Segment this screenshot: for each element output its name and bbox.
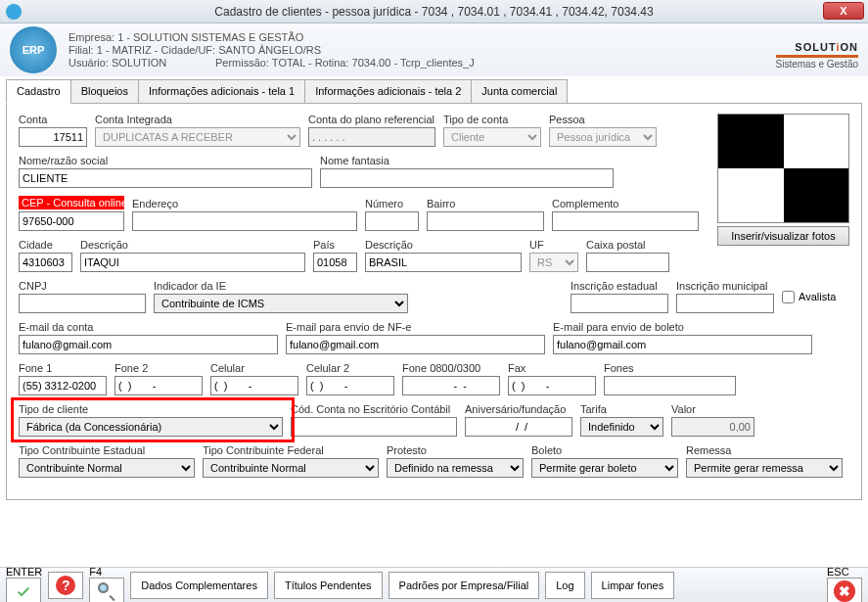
- f4-badge: F4: [89, 566, 102, 578]
- esc-button[interactable]: ✖: [827, 578, 862, 603]
- remessa-select[interactable]: Permite gerar remessa: [686, 458, 843, 478]
- boleto-select[interactable]: Permite gerar boleto: [531, 458, 678, 478]
- pais-label: País: [313, 239, 357, 251]
- contrib-est-label: Tipo Contribuinte Estadual: [19, 444, 195, 456]
- avalista-checkbox[interactable]: [782, 291, 795, 303]
- tab-cadastro[interactable]: Cadastro: [6, 79, 71, 104]
- fone2-input[interactable]: [114, 376, 203, 395]
- descricao-input[interactable]: [80, 253, 305, 272]
- header-info: Empresa: 1 - SOLUTION SISTEMAS E GESTÃO …: [69, 31, 475, 69]
- titulos-pendentes-button[interactable]: Títulos Pendentes: [274, 572, 383, 599]
- uf-label: UF: [529, 239, 578, 251]
- tab-junta[interactable]: Junta comercial: [471, 79, 568, 104]
- celular2-label: Celular 2: [306, 362, 394, 374]
- tab-bloqueios[interactable]: Bloqueios: [70, 79, 139, 104]
- contrib-fed-select[interactable]: Contribuinte Normal: [203, 458, 379, 478]
- endereco-input[interactable]: [132, 211, 357, 231]
- caixa-postal-label: Caixa postal: [586, 239, 669, 251]
- fone2-label: Fone 2: [114, 362, 203, 374]
- fax-label: Fax: [508, 362, 596, 374]
- descricao-label: Descrição: [80, 239, 305, 251]
- complemento-input[interactable]: [552, 211, 699, 231]
- valor-label: Valor: [671, 403, 754, 415]
- conta-input[interactable]: [19, 127, 87, 147]
- erp-logo: ERP: [10, 26, 57, 73]
- close-button[interactable]: X: [823, 2, 864, 20]
- cep-label[interactable]: CEP - Consulta online: [19, 196, 124, 209]
- fone1-input[interactable]: [19, 376, 107, 395]
- email-nfe-input[interactable]: [286, 335, 545, 354]
- aniversario-input[interactable]: [465, 417, 572, 437]
- dados-complementares-button[interactable]: Dados Complementares: [130, 572, 268, 599]
- conta-plano-input: [308, 127, 435, 147]
- help-button[interactable]: ?: [48, 572, 83, 599]
- conta-plano-label: Conta do plano referencial: [308, 114, 435, 125]
- pais-input[interactable]: [313, 253, 357, 272]
- fantasia-input[interactable]: [320, 168, 614, 188]
- indicador-ie-select[interactable]: Contribuinte de ICMS: [154, 294, 408, 313]
- tab-info2[interactable]: Informações adicionais - tela 2: [304, 79, 472, 104]
- limpar-fones-button[interactable]: Limpar fones: [591, 572, 675, 599]
- numero-input[interactable]: [365, 211, 419, 231]
- bottom-bar: ENTER ? F4 Dados Complementares Títulos …: [0, 567, 868, 602]
- log-button[interactable]: Log: [545, 572, 584, 599]
- inscr-mun-input[interactable]: [676, 294, 774, 313]
- app-icon: [6, 4, 22, 20]
- fone0800-label: Fone 0800/0300: [402, 362, 500, 374]
- contrib-est-select[interactable]: Contribuinte Normal: [19, 458, 195, 478]
- nome-input[interactable]: [19, 168, 312, 188]
- fone0800-input[interactable]: [402, 376, 500, 395]
- caixa-postal-input[interactable]: [586, 253, 669, 272]
- tab-info1[interactable]: Informações adicionais - tela 1: [138, 79, 305, 104]
- celular-input[interactable]: [210, 376, 298, 395]
- conta-label: Conta: [19, 114, 87, 125]
- endereco-label: Endereço: [132, 198, 357, 209]
- header: ERP Empresa: 1 - SOLUTION SISTEMAS E GES…: [0, 23, 868, 76]
- cidade-label: Cidade: [19, 239, 72, 251]
- search-button[interactable]: [89, 578, 124, 603]
- fax-input[interactable]: [508, 376, 596, 395]
- inscr-est-input[interactable]: [571, 294, 668, 313]
- cod-conta-label: Cód. Conta no Escritório Contábil: [291, 403, 457, 415]
- email-boleto-input[interactable]: [553, 335, 812, 354]
- complemento-label: Complemento: [552, 198, 699, 209]
- photo-button[interactable]: Inserir/visualizar fotos: [717, 226, 849, 246]
- cep-input[interactable]: [19, 211, 124, 231]
- enter-button[interactable]: [6, 578, 41, 603]
- tarifa-select[interactable]: Indefinido: [580, 417, 663, 437]
- fones-input[interactable]: [604, 376, 736, 395]
- pessoa-select: Pessoa jurídica: [549, 127, 657, 147]
- pais-descricao-input[interactable]: [365, 253, 522, 272]
- window-title: Cadastro de clientes - pessoa jurídica -…: [214, 5, 653, 19]
- bairro-input[interactable]: [427, 211, 544, 231]
- cnpj-input[interactable]: [19, 294, 146, 313]
- pessoa-label: Pessoa: [549, 114, 657, 125]
- celular2-input[interactable]: [306, 376, 394, 395]
- contrib-fed-label: Tipo Contribuinte Federal: [203, 444, 379, 456]
- bairro-label: Bairro: [427, 198, 544, 209]
- brand-logo: SOLUTiON Sistemas e Gestão: [776, 31, 858, 69]
- remessa-label: Remessa: [686, 444, 843, 456]
- help-icon: ?: [56, 576, 75, 595]
- cidade-input[interactable]: [19, 253, 72, 272]
- valor-input: [671, 417, 754, 437]
- nome-label: Nome/razão social: [19, 155, 312, 166]
- cod-conta-input[interactable]: [291, 417, 457, 437]
- tipo-conta-select: Cliente: [443, 127, 541, 147]
- numero-label: Número: [365, 198, 419, 209]
- form-panel: Inserir/visualizar fotos Conta Conta Int…: [6, 103, 862, 500]
- inscr-mun-label: Inscrição municipal: [676, 280, 774, 292]
- tipo-cliente-select[interactable]: Fábrica (da Concessionária): [19, 417, 283, 437]
- email-nfe-label: E-mail para envio de NF-e: [286, 321, 545, 333]
- check-icon: [14, 583, 33, 599]
- email-conta-input[interactable]: [19, 335, 278, 354]
- protesto-select[interactable]: Definido na remessa: [387, 458, 524, 478]
- indicador-ie-label: Indicador da IE: [154, 280, 408, 292]
- stop-icon: ✖: [834, 580, 855, 602]
- tipo-conta-label: Tipo de conta: [443, 114, 541, 125]
- pais-descricao-label: Descrição: [365, 239, 522, 251]
- padroes-button[interactable]: Padrões por Empresa/Filial: [388, 572, 540, 599]
- protesto-label: Protesto: [387, 444, 524, 456]
- email-conta-label: E-mail da conta: [19, 321, 278, 333]
- esc-badge: ESC: [827, 566, 849, 578]
